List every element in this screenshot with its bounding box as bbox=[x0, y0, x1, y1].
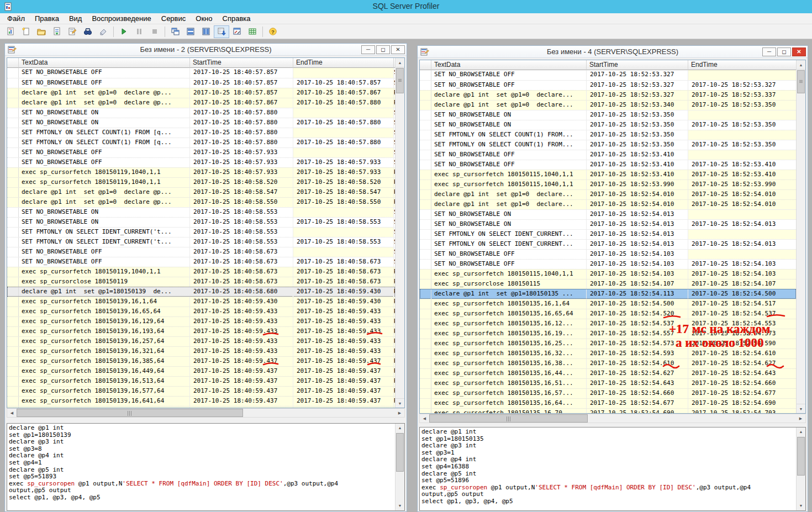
vertical-scrollbar[interactable]: ▲▼ bbox=[796, 60, 805, 413]
table-row[interactable]: declare @p1 int set @p1=0 declare...2017… bbox=[420, 100, 796, 110]
organize-columns-icon[interactable] bbox=[245, 25, 260, 38]
scroll-down-arrow[interactable]: ▼ bbox=[797, 404, 805, 413]
table-row[interactable]: SET FMTONLY ON SELECT COUNT(1) FROM...20… bbox=[420, 140, 796, 150]
scroll-left-arrow[interactable]: ◀ bbox=[7, 409, 17, 417]
auto-scroll-icon[interactable] bbox=[214, 25, 229, 38]
table-row[interactable]: exec sp_cursorfetch 180150115,1040,1,120… bbox=[420, 170, 796, 180]
sql-detail-pane[interactable]: declare @p1 intset @p1=180150135declare … bbox=[419, 427, 806, 511]
scrollbar-thumb[interactable] bbox=[797, 437, 805, 476]
table-row[interactable]: exec sp_cursorfetch 180150139,16,385,642… bbox=[7, 356, 395, 366]
scrollbar-thumb[interactable] bbox=[429, 414, 588, 423]
scroll-up-arrow[interactable]: ▲ bbox=[797, 60, 805, 70]
table-row[interactable]: exec sp_cursorfetch 180150135,16,65,6420… bbox=[420, 309, 796, 319]
table-row[interactable]: SET FMTONLY ON SELECT IDENT_CURRENT...20… bbox=[420, 229, 796, 239]
table-row[interactable]: exec sp_cursorfetch 180150115,1040,1,120… bbox=[420, 269, 796, 279]
sql-detail-pane[interactable]: declare @p1 intset @p1=180150139declare … bbox=[7, 423, 405, 511]
open-trace-icon[interactable] bbox=[34, 25, 49, 38]
vertical-scrollbar[interactable]: ▲▼ bbox=[395, 58, 404, 408]
table-row[interactable]: exec sp_cursorfetch 180150135,16,44...20… bbox=[420, 368, 796, 378]
menu-item-window[interactable]: Окно bbox=[191, 14, 217, 23]
horizontal-scrollbar[interactable]: ◀▶ bbox=[7, 408, 405, 418]
table-row[interactable]: SET FMTONLY ON SELECT IDENT_CURRENT('t..… bbox=[7, 227, 395, 237]
save-trace-icon[interactable] bbox=[49, 25, 65, 38]
table-row[interactable]: exec sp_cursorfetch 180150135,16,57...20… bbox=[420, 388, 796, 398]
table-row[interactable]: exec sp_cursorfetch 180150135,16,702017-… bbox=[420, 408, 796, 414]
grid-header-endtime[interactable]: EndTime bbox=[293, 58, 394, 68]
help-icon[interactable]: ? bbox=[265, 25, 281, 38]
menu-item-tools[interactable]: Сервис bbox=[156, 14, 191, 23]
scroll-up-arrow[interactable]: ▲ bbox=[396, 424, 404, 432]
table-row[interactable]: declare @p1 int set @p1=0 declare @p...2… bbox=[7, 187, 395, 197]
minimize-button[interactable]: ─ bbox=[762, 47, 776, 56]
table-row[interactable]: exec sp_cursorfetch 180150139,16,321,642… bbox=[7, 346, 395, 356]
stop-trace-icon[interactable] bbox=[147, 25, 162, 38]
table-row[interactable]: SET NO_BROWSETABLE OFF2017-10-25 18:40:5… bbox=[7, 157, 395, 167]
table-row[interactable]: exec sp_cursorfetch 180150139,16,449,642… bbox=[7, 366, 395, 376]
table-row[interactable]: exec sp_cursorfetch 180150139,16,513,642… bbox=[7, 376, 395, 386]
detail-vertical-scrollbar[interactable]: ▲▼ bbox=[796, 427, 805, 510]
table-row[interactable]: declare @p1 int set @p1=0 declare @p...2… bbox=[7, 88, 395, 98]
menu-item-replay[interactable]: Воспроизведение bbox=[87, 14, 156, 23]
table-row[interactable]: SET NO_BROWSETABLE OFF2017-10-25 18:40:5… bbox=[7, 78, 395, 88]
new-trace-icon[interactable] bbox=[3, 25, 18, 38]
menu-item-view[interactable]: Вид bbox=[64, 14, 87, 23]
table-row[interactable]: exec sp_cursorfetch 180150135,16,51...20… bbox=[420, 378, 796, 388]
table-row[interactable]: exec sp_cursorfetch 180150139,16,641,642… bbox=[7, 396, 395, 406]
table-row[interactable]: exec sp_cursorfetch 180150139,16,1,64201… bbox=[7, 297, 395, 307]
table-row[interactable]: SET FMTONLY ON SELECT IDENT_CURRENT...20… bbox=[420, 239, 796, 249]
table-row[interactable]: SET NO_BROWSETABLE ON2017-10-25 18:52:53… bbox=[420, 110, 796, 120]
clear-trace-icon[interactable] bbox=[96, 25, 111, 38]
table-row[interactable]: declare @p1 int set @p1=0 declare @p...2… bbox=[7, 98, 395, 108]
table-row[interactable]: SET NO_BROWSETABLE ON2017-10-25 18:40:57… bbox=[7, 108, 395, 118]
scrollbar-thumb[interactable] bbox=[396, 433, 404, 472]
table-row[interactable]: exec sp_cursorfetch 180150139,16,257,642… bbox=[7, 336, 395, 346]
scroll-left-arrow[interactable]: ◀ bbox=[420, 414, 429, 423]
scrollbar-thumb[interactable] bbox=[17, 409, 243, 417]
new-template-icon[interactable] bbox=[18, 25, 34, 38]
table-row[interactable]: exec sp_cursorfetch 180150139,16,193,642… bbox=[7, 326, 395, 336]
table-row[interactable]: exec sp_cursorclose 1801501192017-10-25 … bbox=[7, 277, 395, 287]
scroll-up-arrow[interactable]: ▲ bbox=[396, 58, 404, 67]
table-row[interactable]: SET NO_BROWSETABLE OFF2017-10-25 18:52:5… bbox=[420, 160, 796, 170]
table-row[interactable]: SET FMTONLY ON SELECT COUNT(1) FROM...20… bbox=[420, 130, 796, 140]
maximize-button[interactable]: ◻ bbox=[376, 45, 390, 54]
scroll-down-arrow[interactable]: ▼ bbox=[396, 398, 404, 408]
table-row[interactable]: SET NO_BROWSETABLE ON2017-10-25 18:40:58… bbox=[7, 207, 395, 217]
table-row[interactable]: SET NO_BROWSETABLE OFF2017-10-25 18:52:5… bbox=[420, 259, 796, 269]
table-row[interactable]: exec sp_cursorfetch 180150135,16,1,64201… bbox=[420, 299, 796, 309]
table-row[interactable]: SET NO_BROWSETABLE OFF2017-10-25 18:52:5… bbox=[420, 70, 796, 80]
cascade-windows-icon[interactable] bbox=[167, 25, 183, 38]
properties-icon[interactable] bbox=[65, 25, 80, 38]
table-row[interactable]: declare @p1 int set @p1=0 declare @p...2… bbox=[7, 197, 395, 207]
scroll-down-arrow[interactable]: ▼ bbox=[797, 502, 805, 510]
grid-header-starttime[interactable]: StartTime bbox=[190, 58, 293, 68]
table-row[interactable]: SET FMTONLY ON SELECT COUNT(1) FROM [q..… bbox=[7, 138, 395, 147]
table-row[interactable]: exec sp_cursorfetch 180150119,1040,1,120… bbox=[7, 177, 395, 187]
close-button[interactable]: ✕ bbox=[391, 45, 405, 54]
scroll-down-arrow[interactable]: ▼ bbox=[396, 502, 404, 510]
table-row[interactable]: exec sp_cursorfetch 180150135,16,64...20… bbox=[420, 398, 796, 408]
table-row[interactable]: exec sp_cursorfetch 180150139,16,129,642… bbox=[7, 316, 395, 326]
table-row[interactable]: exec sp_cursorfetch 180150139,16,65,6420… bbox=[7, 307, 395, 316]
table-row[interactable]: SET NO_BROWSETABLE ON2017-10-25 18:52:54… bbox=[420, 219, 796, 229]
table-row[interactable]: SET NO_BROWSETABLE ON2017-10-25 18:52:53… bbox=[420, 120, 796, 130]
grid-header-textdata[interactable]: TextData bbox=[19, 58, 190, 68]
table-row[interactable]: SET NO_BROWSETABLE OFF2017-10-25 18:40:5… bbox=[7, 147, 395, 157]
scroll-right-arrow[interactable]: ▶ bbox=[796, 414, 805, 423]
table-row[interactable]: SET NO_BROWSETABLE OFF2017-10-25 18:52:5… bbox=[420, 80, 796, 90]
scrollbar-thumb[interactable] bbox=[797, 70, 805, 93]
find-icon[interactable] bbox=[80, 25, 96, 38]
scrollbar-thumb[interactable] bbox=[396, 68, 404, 93]
table-row[interactable]: SET FMTONLY ON SELECT COUNT(1) FROM [q..… bbox=[7, 128, 395, 138]
table-row[interactable]: declare @p1 int set @p1=0 declare...2017… bbox=[420, 199, 796, 209]
scroll-right-arrow[interactable]: ▶ bbox=[395, 409, 404, 417]
table-row[interactable]: declare @p1 int set @p1=180150139 de...2… bbox=[7, 287, 395, 297]
table-row[interactable]: exec sp_cursorclose 1801501152017-10-25 … bbox=[420, 279, 796, 289]
minimize-button[interactable]: ─ bbox=[361, 45, 375, 54]
horizontal-scrollbar[interactable]: ◀▶ bbox=[419, 414, 806, 423]
table-row[interactable]: SET NO_BROWSETABLE OFF2017-10-25 18:52:5… bbox=[420, 249, 796, 259]
grid-header-starttime[interactable]: StartTime bbox=[587, 60, 688, 70]
table-row[interactable]: exec sp_cursorfetch 180150139,16,577,642… bbox=[7, 386, 395, 396]
table-row[interactable]: declare @p1 int set @p1=180150135 ...201… bbox=[420, 289, 796, 299]
table-row[interactable]: SET NO_BROWSETABLE OFF2017-10-25 18:40:5… bbox=[7, 247, 395, 257]
